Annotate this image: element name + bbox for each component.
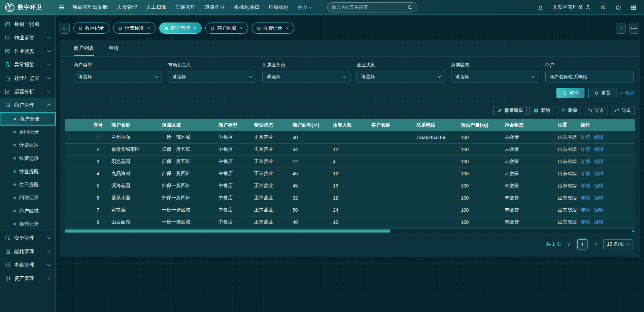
nav-item-vehicle[interactable]: 车辆管理 xyxy=(175,4,196,10)
add-button[interactable]: 新增 xyxy=(530,106,554,115)
edit-link[interactable]: 编辑 xyxy=(594,207,604,212)
business-status-select[interactable]: 请选择 xyxy=(357,71,445,82)
tab-billing-standards[interactable]: 计费标准 × xyxy=(113,23,156,34)
sidebar-subitem-operation-records[interactable]: 操作记录 xyxy=(0,217,56,231)
sidebar-item-asset-management[interactable]: 资产管理 xyxy=(0,272,56,285)
area-select[interactable]: 请选择 xyxy=(451,71,539,82)
tabs-scroll-left-button[interactable] xyxy=(60,23,70,34)
tab-merchant-list[interactable]: 商户列表 xyxy=(74,45,94,56)
sidebar-subitem-contract-records[interactable]: 合同记录 xyxy=(0,126,56,139)
export-button[interactable]: 导出 xyxy=(611,106,635,115)
nav-item-dashboard[interactable]: 项目管理驾驶舱 xyxy=(72,4,108,10)
detail-link[interactable]: 详情 xyxy=(581,183,590,188)
search-button[interactable]: 查询 xyxy=(556,88,584,98)
close-icon[interactable]: × xyxy=(240,26,242,31)
prev-page-button[interactable] xyxy=(567,240,572,248)
merchant-type-select[interactable]: 请选择 xyxy=(74,71,162,82)
edit-link[interactable]: 编辑 xyxy=(594,195,604,200)
sidebar-subitem-charge-records[interactable]: 收费记录 xyxy=(0,152,56,165)
sidebar-subitem-billing-standards[interactable]: 计费标准 xyxy=(0,139,56,152)
bullet-dot-icon xyxy=(13,170,16,173)
sidebar-item-merchant-management[interactable]: 商户管理 xyxy=(0,98,56,112)
import-button[interactable]: 导入 xyxy=(584,106,608,115)
function-search[interactable] xyxy=(327,2,417,12)
salesperson-select[interactable]: 请选择 xyxy=(262,71,350,82)
nav-item-manual-sweeping[interactable]: 人工扫保 xyxy=(146,4,166,10)
edit-link[interactable]: 编辑 xyxy=(594,159,604,164)
sidebar-item-kitchen-map[interactable]: 餐厨一张图 xyxy=(0,18,56,31)
sidebar-item-abnormal-alarm[interactable]: 异常报警 xyxy=(0,58,56,71)
scroll-right-arrow-icon[interactable]: ▶ xyxy=(633,230,635,233)
bullet-dot-icon xyxy=(13,131,16,133)
sidebar-item-energy-management[interactable]: 能耗管理 xyxy=(0,245,56,258)
page-number-button[interactable]: 1 xyxy=(577,239,587,249)
bell-icon[interactable] xyxy=(537,4,544,10)
sidebar-item-operation-analysis[interactable]: 运营分析 xyxy=(0,85,56,98)
detail-link[interactable]: 详情 xyxy=(581,146,590,152)
table-header-row: 序号 商户名称 所属区域 商户类型 营业状态 商户面积(㎡) 用餐人数 客户名称… xyxy=(65,119,635,131)
merchant-search-input[interactable] xyxy=(545,71,634,82)
close-icon[interactable]: × xyxy=(147,26,150,31)
detail-link[interactable]: 详情 xyxy=(581,134,590,140)
detail-link[interactable]: 详情 xyxy=(581,219,590,224)
detail-link[interactable]: 详情 xyxy=(581,171,590,176)
next-page-button[interactable] xyxy=(593,240,598,248)
top-navbar: 数字环卫 项目管理驾驶舱 人员管理 人工扫保 车辆管理 道路作业 机械化清扫 垃… xyxy=(0,0,644,15)
horizontal-scrollbar[interactable]: ▶ xyxy=(65,230,635,233)
monitor-icon xyxy=(5,35,11,41)
gear-icon[interactable] xyxy=(600,4,606,10)
detail-link[interactable]: 详情 xyxy=(581,195,590,200)
sidebar-subitem-renewal-reminder[interactable]: 续签提醒 xyxy=(0,165,56,178)
close-icon[interactable]: × xyxy=(286,26,289,31)
chevron-down-icon xyxy=(47,36,51,39)
nav-item-road-work[interactable]: 道路作业 xyxy=(205,4,225,10)
tab-collection-records[interactable]: 收运记录 xyxy=(73,23,109,34)
scrollbar-thumb[interactable] xyxy=(65,230,390,233)
sidebar-item-attendance-management[interactable]: 考勤管理 xyxy=(0,258,56,272)
sidebar-item-operation-supervision[interactable]: 作业监管 xyxy=(0,31,56,44)
edit-link[interactable]: 编辑 xyxy=(594,171,604,176)
user-menu[interactable]: 开发区管理员 xyxy=(552,4,591,10)
sidebar-subitem-merchant-management[interactable]: 商户管理 xyxy=(0,112,56,126)
search-icon[interactable] xyxy=(407,4,413,10)
tab-merchant-area[interactable]: 商户区域 × xyxy=(205,23,248,34)
apps-grid-icon[interactable] xyxy=(630,4,637,10)
reset-button[interactable]: 重置 xyxy=(588,88,616,98)
cell-customer-name xyxy=(369,168,414,180)
sidebar-subitem-merchant-area[interactable]: 商户区域 xyxy=(0,204,56,217)
detail-link[interactable]: 详情 xyxy=(581,159,590,164)
power-icon[interactable] xyxy=(615,4,621,10)
sidebar-item-safety-management[interactable]: 安全管理 xyxy=(0,231,56,245)
edit-link[interactable]: 编辑 xyxy=(594,219,604,224)
nav-more-dropdown[interactable]: 更多 xyxy=(298,4,312,10)
tabs-scroll-right-button[interactable] xyxy=(616,23,626,34)
market-manager-select[interactable]: 请选择 xyxy=(168,71,256,82)
sidebar-item-plant-supervision[interactable]: 处理厂监管 xyxy=(0,71,56,85)
tabs-more-button[interactable]: ••• xyxy=(629,23,639,34)
tab-application[interactable]: 申请 xyxy=(109,45,119,56)
edit-link[interactable]: 编辑 xyxy=(594,146,604,152)
tab-merchant-management[interactable]: 商户管理 × xyxy=(159,23,202,34)
cell-location: 山东省烟 xyxy=(556,192,579,204)
nav-item-personnel[interactable]: 人员管理 xyxy=(117,4,137,10)
nav-item-mechanized-sweeping[interactable]: 机械化清扫 xyxy=(234,4,259,10)
batch-edit-button[interactable]: 批量编辑 xyxy=(494,106,527,115)
cell-merchant-type: 中餐店 xyxy=(216,192,252,204)
close-icon[interactable]: × xyxy=(194,26,196,31)
chevron-down-icon xyxy=(47,63,51,66)
sidebar-subitem-birthday-reminder[interactable]: 生日提醒 xyxy=(0,178,56,191)
navbar-right: 开发区管理员 xyxy=(537,4,644,10)
edit-link[interactable]: 编辑 xyxy=(594,134,604,140)
cell-location: 山东省烟 xyxy=(556,216,579,228)
collapse-filters-link[interactable]: 收起 xyxy=(620,90,634,96)
nav-item-waste-collection[interactable]: 垃圾收运 xyxy=(268,4,289,10)
menu-toggle-icon[interactable] xyxy=(58,4,65,11)
edit-link[interactable]: 编辑 xyxy=(594,183,604,188)
sidebar-item-operation-dispatch[interactable]: 作业调度 xyxy=(0,44,56,58)
page-size-select[interactable]: 10 条/页 xyxy=(603,239,633,249)
search-input[interactable] xyxy=(332,5,407,10)
sidebar-subitem-followup-records[interactable]: 回访记录 xyxy=(0,191,56,204)
tab-charge-records[interactable]: 收费记录 × xyxy=(252,23,294,34)
delete-button[interactable]: 删除 xyxy=(557,106,581,115)
detail-link[interactable]: 详情 xyxy=(581,207,590,212)
